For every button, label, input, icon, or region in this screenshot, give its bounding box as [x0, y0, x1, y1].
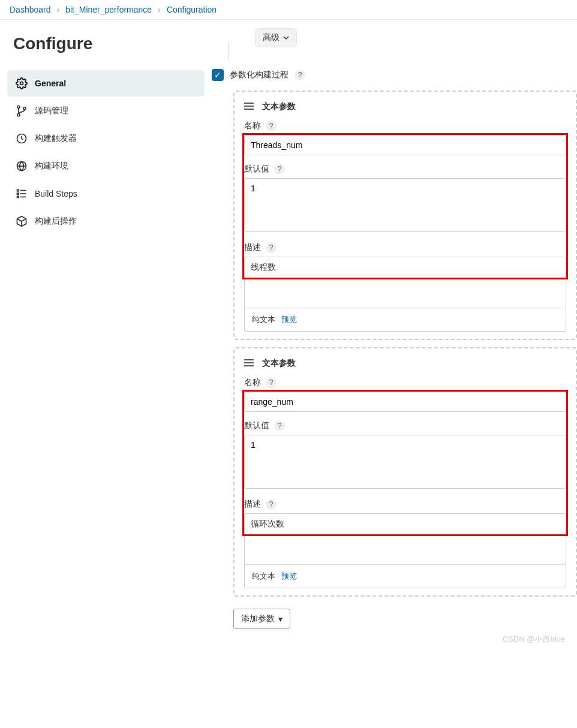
branch-icon [16, 105, 28, 117]
page-title: Configure [13, 34, 205, 53]
help-icon[interactable]: ? [274, 164, 285, 175]
preview-tab[interactable]: 预览 [281, 315, 297, 324]
param-type-label: 文本参数 [262, 101, 296, 112]
help-icon[interactable]: ? [266, 377, 277, 388]
nav-triggers[interactable]: 构建触发器 [7, 125, 205, 152]
advanced-button[interactable]: 高级 [255, 28, 297, 47]
nav-label: 构建环境 [35, 161, 68, 172]
plain-text-tab[interactable]: 纯文本 [252, 315, 275, 324]
breadcrumb-dashboard[interactable]: Dashboard [10, 5, 51, 14]
param-default-input[interactable] [244, 178, 566, 232]
caret-down-icon: ▾ [278, 614, 283, 624]
name-label: 名称 [244, 377, 261, 388]
name-label: 名称 [244, 121, 261, 131]
nav-scm[interactable]: 源码管理 [7, 98, 205, 124]
param-desc-input[interactable]: 循环次数 [245, 514, 566, 534]
preview-tab[interactable]: 预览 [281, 571, 297, 580]
chevron-down-icon [283, 35, 289, 41]
watermark: CSDN @小西blue [503, 634, 565, 645]
add-parameter-button[interactable]: 添加参数 ▾ [233, 609, 290, 629]
param-name-input[interactable] [244, 392, 566, 412]
plain-text-tab[interactable]: 纯文本 [252, 571, 275, 580]
breadcrumb-project[interactable]: bit_Miner_performance [65, 5, 152, 14]
svg-rect-8 [17, 196, 19, 198]
help-icon[interactable]: ? [266, 121, 277, 131]
clock-icon [16, 133, 28, 145]
parameter-block: 文本参数 名称 ? 默认值 ? 描述 ? 线程数 [233, 91, 577, 340]
add-parameter-label: 添加参数 [241, 613, 275, 624]
breadcrumb-configuration[interactable]: Configuration [167, 5, 217, 14]
help-icon[interactable]: ? [266, 499, 277, 510]
svg-point-3 [23, 107, 26, 110]
default-label: 默认值 [244, 164, 269, 175]
drag-handle-icon[interactable] [244, 359, 254, 368]
drag-handle-icon[interactable] [244, 102, 254, 112]
package-icon [16, 215, 28, 227]
svg-point-1 [17, 106, 20, 108]
breadcrumb: Dashboard › bit_Miner_performance › Conf… [0, 0, 577, 20]
nav-general[interactable]: General [7, 70, 205, 97]
chevron-right-icon: › [158, 5, 161, 14]
svg-point-2 [17, 114, 20, 116]
svg-point-0 [20, 82, 23, 85]
nav-label: 构建后操作 [35, 216, 77, 227]
svg-rect-6 [17, 189, 19, 191]
nav-label: General [35, 79, 66, 88]
help-icon[interactable]: ? [266, 242, 277, 253]
gear-icon [16, 77, 28, 89]
default-label: 默认值 [244, 420, 269, 431]
param-default-input[interactable] [244, 435, 566, 489]
chevron-right-icon: › [57, 5, 60, 14]
nav-steps[interactable]: Build Steps [7, 181, 205, 207]
nav-label: Build Steps [35, 189, 77, 198]
config-nav: General 源码管理 构建触发器 构建环境 Build Steps 构建后操… [7, 70, 205, 234]
param-name-input[interactable] [244, 135, 566, 155]
help-icon[interactable]: ? [274, 420, 285, 431]
parameterized-label: 参数化构建过程 [230, 70, 288, 80]
param-type-label: 文本参数 [262, 358, 296, 369]
divider [229, 43, 229, 59]
nav-post[interactable]: 构建后操作 [7, 208, 205, 234]
parameterized-checkbox[interactable]: ✓ [212, 69, 224, 81]
globe-icon [16, 160, 28, 172]
nav-env[interactable]: 构建环境 [7, 153, 205, 179]
nav-label: 源码管理 [35, 106, 68, 116]
nav-label: 构建触发器 [35, 133, 77, 144]
help-icon[interactable]: ? [294, 70, 305, 80]
parameter-block: 文本参数 名称 ? 默认值 ? 描述 ? 循环次数 [233, 347, 577, 597]
advanced-label: 高级 [263, 32, 280, 43]
param-desc-input[interactable]: 线程数 [245, 257, 566, 278]
desc-label: 描述 [244, 242, 261, 253]
steps-icon [16, 188, 28, 200]
desc-label: 描述 [244, 499, 261, 510]
svg-rect-7 [17, 193, 19, 195]
